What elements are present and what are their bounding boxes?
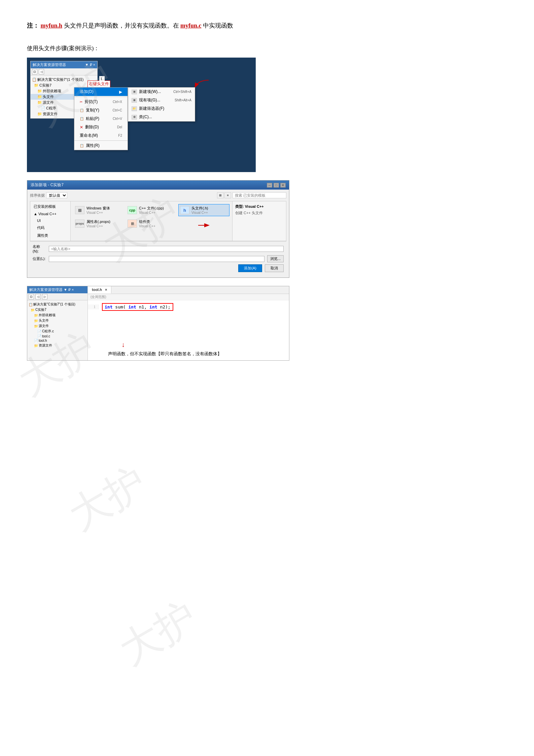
sol-title-text-1: 解决方案资源管理器 xyxy=(33,62,66,67)
dlg-item-ui[interactable]: UI xyxy=(30,217,70,224)
scope-indicator: (全局范围) xyxy=(88,294,289,300)
editor-sol-cprog[interactable]: 📄 C程序.c xyxy=(27,329,87,334)
resource-files-text: 资源文件 xyxy=(43,111,58,117)
loc-label: 位置(L): xyxy=(33,256,46,261)
submenu-existing-item[interactable]: ⊞ 现有项(G)... Shift+Alt+A xyxy=(128,96,195,104)
dialog-footer: 名称(N): 位置(L): C:\Users\Zentem\Desktop\C作… xyxy=(30,241,286,275)
ctx-copy-shortcut: Ctrl+C xyxy=(112,108,122,112)
dlg-item-code[interactable]: 代码 xyxy=(30,224,70,232)
editor-sol-project-text: C实验7 xyxy=(35,307,46,312)
dialog-search-input[interactable] xyxy=(233,192,286,198)
props-type: Visual C++ xyxy=(86,224,110,228)
dialog-title-controls: ─ □ ✕ xyxy=(267,183,286,188)
grid-item-props-label: 属性表(.props) Visual C++ xyxy=(86,219,110,228)
existing-item-icon: ⊞ xyxy=(132,98,137,103)
ctx-cut-text: 剪切(T) xyxy=(84,99,98,105)
note-text-4: 中实现函数 xyxy=(202,22,234,29)
step-number-1: 1. xyxy=(99,76,105,81)
ctx-copy[interactable]: 📋 复制(Y) Ctrl+C xyxy=(74,106,128,114)
dlg-item-visualcpp[interactable]: ▲ Visual C++ xyxy=(30,210,70,217)
editor-extern-text: 外部依赖项 xyxy=(39,313,56,318)
grid-item-cpp[interactable]: cpp C++ 文件(.cpp) Visual C++ xyxy=(126,204,177,216)
view-btn-grid[interactable]: ⊞ xyxy=(217,192,224,198)
dialog-maximize-btn[interactable]: □ xyxy=(274,183,279,188)
windows-form-name: Windows 窗体 xyxy=(86,206,110,211)
editor-source-icon: 📁 xyxy=(34,324,38,328)
editor-cprog-icon: 📄 xyxy=(37,330,41,333)
editor-sol-title-controls: ▼ ₽ × xyxy=(64,288,74,292)
cpp-icon: cpp xyxy=(128,206,137,214)
name-input[interactable] xyxy=(49,246,284,252)
ctx-copy-text: 复制(Y) xyxy=(86,107,99,113)
sort-select[interactable]: 默认值 xyxy=(46,192,67,198)
grid-item-windows-form[interactable]: ▤ Windows 窗体 Visual C++ xyxy=(73,204,124,216)
code-line-1: 1 int sum( int n1, int n2); xyxy=(88,303,289,311)
editor-sol-toolbar: ⊡ ◁ ▷ xyxy=(27,293,87,300)
browse-button[interactable]: 浏览... xyxy=(267,255,284,262)
dlg-item-propclass[interactable]: 属性类 xyxy=(30,232,70,239)
editor-sol-solution[interactable]: 📋 解决方案"C实验7"(1 个项目) xyxy=(27,302,87,307)
submenu-new-item-text: 新建项(W)... xyxy=(139,89,161,95)
editor-sol-toolh[interactable]: 📄 tool.h xyxy=(27,338,87,343)
sol-item-project-icon: 📁 xyxy=(34,83,39,88)
editor-toolbar-btn-1[interactable]: ⊡ xyxy=(29,294,34,299)
cancel-button[interactable]: 取消 xyxy=(265,264,284,272)
right-click-annotation: 右键头文件 xyxy=(87,80,110,88)
editor-sol-header[interactable]: 📁 头文件 xyxy=(27,318,87,323)
editor-sol-extern[interactable]: 📁 外部依赖项 xyxy=(27,313,87,318)
ctx-delete-text: 删除(D) xyxy=(85,124,99,130)
grid-item-props[interactable]: props 属性表(.props) Visual C++ xyxy=(73,218,124,230)
dialog-minimize-btn[interactable]: ─ xyxy=(267,183,272,188)
editor-toolbar-btn-2[interactable]: ◁ xyxy=(35,294,41,299)
dialog-title-bar: 添加新项 - C实验7 ─ □ ✕ xyxy=(27,180,289,190)
myfun-c-ref: myfun.c xyxy=(180,22,202,29)
ctx-add-text: 添加(D) xyxy=(80,89,94,95)
editor-sol-source[interactable]: 📁 源文件 xyxy=(27,323,87,329)
ctx-paste[interactable]: 📋 粘贴(P) Ctrl+V xyxy=(74,114,128,123)
submenu-new-item[interactable]: ⊞ 新建项(W)... Ctrl+Shift+A xyxy=(128,88,195,96)
view-btn-list[interactable]: ≡ xyxy=(224,192,231,198)
grid-item-h[interactable]: h 头文件(.h) Visual C++ xyxy=(178,204,229,216)
loc-row: 位置(L): C:\Users\Zentem\Desktop\C作业\C实验7\… xyxy=(33,255,284,262)
grid-item-comp[interactable]: ⊞ 组件类 Visual C++ xyxy=(126,218,177,230)
editor-toolh-text: tool.h xyxy=(39,339,47,342)
loc-input[interactable]: C:\Users\Zentem\Desktop\C作业\C实验7\C实验7\ xyxy=(49,256,264,262)
editor-sol-project[interactable]: 📁 C实验7 xyxy=(27,307,87,313)
editor-tabs: tool.h × xyxy=(88,286,289,294)
props-name: 属性表(.props) xyxy=(86,219,110,224)
submenu-new-filter[interactable]: 📁 新建筛选器(F) xyxy=(128,104,195,113)
note-label: 注： xyxy=(27,22,39,29)
ctx-sep-2 xyxy=(74,140,128,141)
sort-label: 排序依据 xyxy=(30,193,45,198)
dlg-item-installed[interactable]: 已安装的模板 xyxy=(30,203,70,210)
ctx-rename[interactable]: 重命名(M) F2 xyxy=(74,131,128,140)
toolbar-btn-2[interactable]: ◁ xyxy=(39,69,44,74)
editor-sol-toolc[interactable]: 📄 tool.c xyxy=(27,334,87,338)
editor-sol-resource[interactable]: 📁 资源文件 xyxy=(27,343,87,348)
sol-explorer-title-1: 解决方案资源管理器 ▼ ₽ × xyxy=(31,61,97,68)
submenu-class-text: 类(C)... xyxy=(139,114,152,120)
ctx-add[interactable]: 添加(D) ▶ xyxy=(74,88,128,96)
screenshot-3: 解决方案资源管理器 ▼ ₽ × ⊡ ◁ ▷ 📋 解决方案"C实验7"(1 个项目… xyxy=(27,286,289,361)
ctx-delete[interactable]: ✕ 删除(D) Del xyxy=(74,123,128,131)
toolbar-btn-1[interactable]: ⊡ xyxy=(32,69,37,74)
sol-title-controls-1: ▼ ₽ × xyxy=(85,63,95,67)
ctx-delete-shortcut: Del xyxy=(117,125,122,129)
editor-extern-icon: 📁 xyxy=(34,314,38,317)
code-annotation-area: ↓ 声明函数，但不实现函数【即只有函数签名，没有函数体】 xyxy=(88,341,289,360)
sol-item-project-text: C实验7 xyxy=(39,83,51,88)
editor-tab-close-icon[interactable]: × xyxy=(105,288,107,292)
ctx-cut[interactable]: ✂ 剪切(T) Ctrl+X xyxy=(74,98,128,106)
ctx-properties[interactable]: 📋 属性(R) xyxy=(74,141,128,150)
h-type: Visual C++ xyxy=(191,211,208,215)
editor-tab-toolh[interactable]: tool.h × xyxy=(88,286,111,294)
kw-int: int xyxy=(105,304,112,309)
fn-n2: n2); xyxy=(160,304,170,309)
editor-toolbar-btn-3[interactable]: ▷ xyxy=(42,294,47,299)
ctx-rename-text: 重命名(M) xyxy=(80,133,98,138)
add-button[interactable]: 添加(A) xyxy=(238,264,262,272)
dialog-close-btn[interactable]: ✕ xyxy=(280,183,286,188)
footer-buttons: 添加(A) 取消 xyxy=(33,264,284,272)
kw-int-3: int xyxy=(149,304,157,309)
submenu-class[interactable]: ⚙ 类(C)... xyxy=(128,113,195,121)
